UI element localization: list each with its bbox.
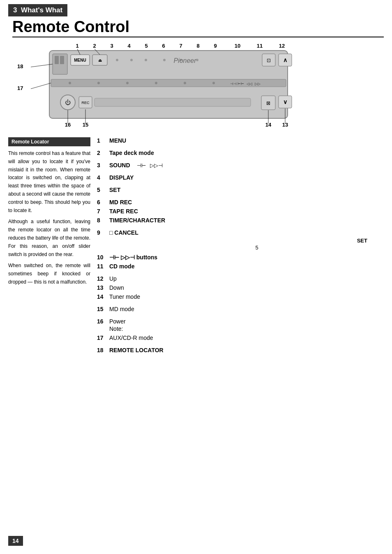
svg-point-23 [130,59,133,61]
item-num: 17 [97,335,109,341]
diagram-section: 1 2 3 4 5 6 7 8 9 10 11 12 18 17 MENU ⏏ [8,42,384,133]
svg-point-35 [97,82,100,84]
svg-text:11: 11 [257,43,263,49]
set-note-row: SET [97,238,367,244]
svg-point-27 [196,59,198,61]
chapter-header: 3 What's What [8,4,67,16]
content-area: Remote Locator This remote control has a… [8,137,384,359]
sidebar-para-3: When switched on, the remote will someti… [8,262,90,286]
item-row: 2 Tape deck mode [97,150,384,156]
item-label: Up [109,275,117,282]
svg-text:REC: REC [81,101,90,105]
svg-rect-48 [95,98,251,106]
item-num: 10 [97,254,109,261]
svg-text:▷▷: ▷▷ [255,82,261,86]
item-num: 8 [97,217,109,224]
sub-note-text: 5 [255,245,258,251]
item-label: ⊣⊢ ▷▷⊣ buttons [109,254,157,261]
item-row: 4 DISPLAY [97,174,384,181]
item-row: 6 MD REC [97,199,384,205]
item-label: □ CANCEL [109,229,138,236]
item-num: 2 [97,150,109,156]
item-label: MENU [109,137,126,144]
svg-text:18: 18 [17,63,23,69]
item-row: 1 MENU [97,137,384,144]
svg-text:∧: ∧ [283,57,287,63]
item-num: 4 [97,174,109,181]
svg-point-24 [145,59,147,61]
item-label: Down [109,284,124,291]
svg-text:17: 17 [17,85,23,91]
item-row: 5 SET [97,187,384,193]
item-row: 18 REMOTE LOCATOR [97,347,384,353]
item-label: TAPE REC [109,208,138,215]
svg-text:9: 9 [214,43,217,49]
item-num: 3 [97,162,109,169]
items-list-container: 1 MENU 2 Tape deck mode 3 SOUND ⊣⊢ ▷▷⊣ 4… [97,137,384,359]
sidebar-header: Remote Locator [8,137,90,146]
item-row-16: 16 Power [97,318,384,325]
svg-text:3: 3 [110,43,113,49]
svg-text:6: 6 [162,43,165,49]
svg-text:7: 7 [179,43,182,49]
svg-point-39 [212,82,215,84]
item-num: 13 [97,284,109,291]
svg-point-34 [69,82,71,84]
item-label: SET [109,187,120,193]
svg-text:2: 2 [93,43,96,49]
sub-note-row: 5 [130,245,384,251]
item-row: 17 AUX/CD-R mode [97,335,384,341]
item-label: MD REC [109,199,132,205]
item-row: 11 CD mode [97,263,384,270]
svg-point-25 [163,59,166,61]
svg-text:4: 4 [127,43,131,49]
sidebar-para-2: Although a useful function, leaving the … [8,218,90,259]
item-num: 1 [97,137,109,144]
item-num: 16 [97,318,109,325]
sidebar-para-1: This remote control has a feature that w… [8,150,90,215]
svg-text:1: 1 [76,43,78,49]
item-num: 5 [97,187,109,193]
item-note-label: Note: [109,325,123,332]
svg-text:12: 12 [279,43,285,49]
svg-text:10: 10 [235,43,240,49]
svg-text:⊣⊣: ⊣⊣ [230,82,237,86]
sidebar: Remote Locator This remote control has a… [8,137,90,286]
svg-line-56 [31,83,51,89]
svg-text:⏏: ⏏ [98,58,102,62]
sidebar-body: This remote control has a feature that w… [8,150,90,286]
svg-text:⊡: ⊡ [267,58,271,63]
svg-point-37 [155,82,157,84]
svg-text:⊠: ⊠ [266,100,270,106]
item-symbols: ⊣⊢ ▷▷⊣ [137,162,163,169]
svg-text:∨: ∨ [283,99,287,105]
item-num: 6 [97,199,109,205]
item-label: CD mode [109,263,134,270]
svg-text:⊢⊢: ⊢⊢ [238,82,244,86]
svg-rect-16 [55,56,59,64]
item-row: 14 Tuner mode [97,293,384,300]
item-label: REMOTE LOCATOR [109,347,164,353]
item-label: Tuner mode [109,293,140,300]
item-note-16: Note: [109,325,384,332]
item-row: 3 SOUND ⊣⊢ ▷▷⊣ [97,162,384,169]
svg-point-38 [184,82,186,84]
svg-text:MENU: MENU [74,58,86,62]
item-label: TIMER/CHARACTER [109,217,165,224]
item-label: MD mode [109,306,134,312]
item-row: 7 TAPE REC [97,208,384,215]
remote-diagram: 1 2 3 4 5 6 7 8 9 10 11 12 18 17 MENU ⏏ [8,42,321,132]
item-num: 18 [97,347,109,353]
item-row: 12 Up [97,275,384,282]
page-title: Remote Control [12,18,384,37]
svg-text:Pioneer: Pioneer [173,57,196,64]
item-num: 15 [97,306,109,312]
svg-text:⏻: ⏻ [65,99,71,106]
svg-text:◁◁: ◁◁ [247,82,252,86]
item-row: 10 ⊣⊢ ▷▷⊣ buttons [97,254,384,261]
page-number: 14 [8,536,23,546]
svg-text:8: 8 [196,43,199,49]
item-row: 13 Down [97,284,384,291]
item-row: 15 MD mode [97,306,384,312]
svg-rect-17 [60,56,64,64]
